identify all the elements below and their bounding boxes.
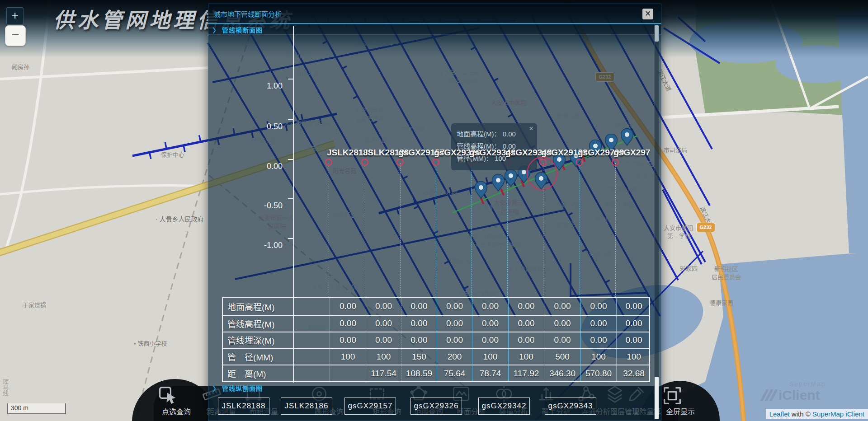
- dialog-scrollbar[interactable]: [654, 24, 659, 420]
- station-guide-line: [365, 163, 365, 297]
- table-cell: 570.80: [580, 365, 616, 381]
- table-cell: 75.64: [437, 365, 472, 381]
- table-cell: 0.00: [580, 332, 616, 348]
- y-tick-mark: [288, 238, 293, 239]
- table-cell: 100: [472, 349, 508, 365]
- station-marker-ring: [576, 159, 583, 166]
- table-cell: 0.00: [401, 298, 437, 315]
- table-cell: 346.30: [544, 365, 580, 381]
- dialog-title: 城市地下管线断面分析: [214, 9, 282, 19]
- cross-section-title: 〉 管线横断面图: [213, 25, 263, 34]
- app: 厢房孙保护中心· 大贵乡人民政府于家烧锅▪ 铁西小学校珲乌线市司法局滨江大道滨江…: [0, 0, 868, 421]
- table-cell: 0.00: [330, 298, 366, 315]
- table-cell: 0.00: [472, 316, 508, 332]
- table-cell: 150: [401, 349, 437, 365]
- station-guide-line: [400, 163, 401, 297]
- table-cell: 0.00: [472, 298, 508, 315]
- zoom-out-button[interactable]: −: [5, 25, 26, 46]
- fullscreen-icon: [660, 384, 700, 406]
- table-cell: 0.00: [401, 316, 437, 332]
- table-row-label: 管线埋深(M): [223, 332, 294, 348]
- table-cell: 0.00: [580, 298, 616, 315]
- table-cell: 0.00: [508, 316, 544, 332]
- table-cell: 0.00: [616, 298, 650, 315]
- table-cell: [294, 332, 330, 348]
- map-pin[interactable]: [475, 182, 487, 199]
- table-cell: 100: [580, 349, 616, 365]
- table-cell: 108.59: [401, 365, 437, 381]
- station-guide-line: [507, 163, 508, 297]
- y-tick-label: 0.50: [250, 122, 283, 131]
- map-pin[interactable]: [505, 170, 517, 187]
- supermap-link[interactable]: SuperMap iClient: [812, 410, 864, 418]
- table-cell: 100: [330, 349, 366, 365]
- map-pin[interactable]: [492, 174, 505, 192]
- table-cell: 100: [366, 349, 401, 365]
- table-cell: 0.00: [437, 298, 472, 315]
- table-row: 地面高程(M)0.000.000.000.000.000.000.000.000…: [223, 298, 649, 315]
- table-cell: 0.00: [508, 332, 544, 348]
- y-tick-label: -0.50: [250, 201, 283, 210]
- table-cell: 117.92: [508, 365, 544, 381]
- table-cell: [294, 298, 330, 315]
- table-cell: 0.00: [544, 332, 580, 348]
- y-tick-label: -1.00: [250, 241, 283, 250]
- table-cell: 100: [616, 349, 650, 365]
- y-tick-mark: [288, 79, 293, 80]
- table-row-label: 距 离(M): [223, 365, 294, 381]
- profile-segment-button[interactable]: JSLK28188: [218, 398, 269, 415]
- table-cell: 100: [508, 349, 544, 365]
- table-cell: [294, 349, 330, 365]
- station-guide-line: [580, 163, 580, 297]
- y-tick-mark: [288, 198, 293, 199]
- station-tooltip: × 地面高程(M)： 0.00管线高程(M)： 0.00管径(MM)： 100: [451, 123, 537, 170]
- profile-segment-button[interactable]: gsGX29343: [545, 398, 596, 415]
- dialog-close-button[interactable]: ✕: [642, 9, 653, 19]
- dialog-titlebar: 城市地下管线断面分析 ✕: [208, 4, 661, 24]
- table-cell: 500: [544, 349, 580, 365]
- table-cell: 0.00: [472, 332, 508, 348]
- y-tick-label: 1.00: [250, 81, 283, 91]
- table-cell: [294, 316, 330, 332]
- table-cell: 0.00: [544, 298, 580, 315]
- y-tick-mark: [288, 119, 293, 120]
- station-marker-ring: [361, 159, 368, 166]
- station-marker-ring: [432, 159, 439, 166]
- zoom-in-button[interactable]: +: [6, 7, 24, 24]
- tooltip-row: 地面高程(M)： 0.00: [457, 128, 532, 140]
- table-cell: 0.00: [580, 316, 616, 332]
- station-guide-line: [329, 163, 329, 297]
- map-attribution: Leaflet with © SuperMap iClient: [766, 409, 868, 419]
- table-row: 管 径(MM)100100150200100100500100100: [223, 348, 649, 365]
- section-analysis-dialog: 城市地下管线断面分析 ✕ 〉 管线横断面图 1.000.500.00-0.50-…: [208, 4, 661, 421]
- station-guide-line: [471, 163, 472, 297]
- cross-section-table: 地面高程(M)0.000.000.000.000.000.000.000.000…: [222, 297, 650, 382]
- map-pin[interactable]: [621, 129, 633, 146]
- station-label: gsGX297: [613, 148, 650, 158]
- table-cell: 0.00: [508, 298, 544, 315]
- profile-segment-button[interactable]: gsGX29342: [478, 398, 530, 415]
- table-cell: 0.00: [366, 332, 401, 348]
- table-cell: 200: [437, 349, 472, 365]
- table-cell: 0.00: [437, 332, 472, 348]
- profile-segment-button[interactable]: JSLK28186: [281, 398, 332, 415]
- scrollbar-bottom[interactable]: [655, 377, 659, 419]
- map-scale-bar: 300 m: [7, 403, 66, 414]
- table-cell: 0.00: [616, 316, 650, 332]
- table-cell: 0.00: [401, 332, 437, 348]
- table-row-label: 地面高程(M): [223, 298, 294, 315]
- leaflet-link[interactable]: Leaflet: [769, 410, 790, 418]
- table-row: 距 离(M)117.54108.5975.6478.74117.92346.30…: [223, 365, 649, 381]
- profile-segment-button[interactable]: gsGX29326: [410, 398, 462, 415]
- tooltip-close-icon[interactable]: ×: [529, 124, 533, 133]
- table-cell: 0.00: [366, 316, 401, 332]
- table-cell: 0.00: [330, 332, 366, 348]
- toolbar-item-cursor[interactable]: 点选查询: [156, 384, 196, 416]
- table-cell: [294, 365, 330, 381]
- toolbar-item-fullscreen[interactable]: 全屏显示: [660, 384, 700, 416]
- table-cell: 0.00: [366, 298, 401, 315]
- table-row: 管线高程(M)0.000.000.000.000.000.000.000.000…: [223, 315, 649, 332]
- profile-segment-button[interactable]: gsGX29157: [344, 398, 396, 415]
- scrollbar-thumb[interactable]: [655, 25, 659, 42]
- highlight-ellipse: [527, 157, 557, 190]
